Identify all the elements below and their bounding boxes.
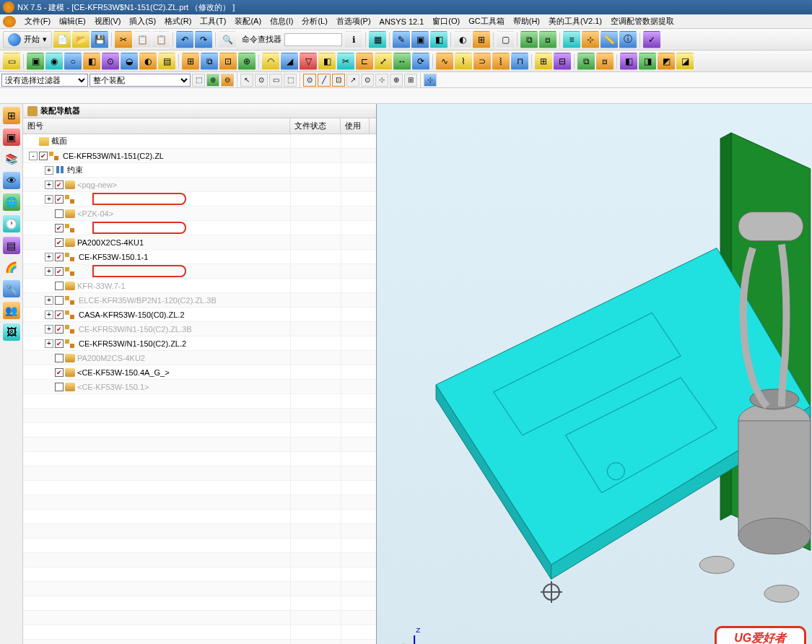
cmd-info-icon[interactable]: ℹ (345, 31, 362, 48)
image-icon[interactable]: 🖼 (3, 323, 20, 341)
menu-window[interactable]: 窗口(O) (428, 14, 464, 28)
new-icon[interactable]: 📄 (53, 31, 71, 48)
tree-row[interactable]: <PZK-04> (23, 206, 376, 221)
move-icon[interactable]: ↔ (393, 53, 411, 70)
tree-row[interactable]: +✔ (23, 192, 376, 206)
snap-btn-4[interactable]: ↗ (346, 74, 359, 87)
expander-icon[interactable]: + (45, 267, 53, 276)
trim-icon[interactable]: ✂ (337, 53, 354, 70)
tree-row[interactable]: +✔CE-KF53W-150.1-1 (23, 250, 376, 264)
cmd-finder-input[interactable] (284, 33, 342, 46)
tree-row[interactable]: +✔ (23, 264, 376, 279)
blend-icon[interactable]: ◠ (262, 53, 279, 70)
menu-midea[interactable]: 美的工具(V2.1) (544, 14, 606, 28)
extrude2-icon[interactable]: ▣ (27, 53, 44, 70)
menu-ansys[interactable]: ANSYS 12.1 (375, 16, 429, 27)
instance-icon[interactable]: ⊡ (219, 53, 237, 70)
checkbox-icon[interactable]: ✔ (55, 253, 64, 261)
tree-row[interactable]: +约束 (23, 163, 376, 178)
rainbow-icon[interactable]: 🌈 (3, 258, 20, 276)
hole-icon[interactable]: ⊙ (102, 53, 119, 70)
redo-icon[interactable]: ↷ (195, 31, 212, 48)
measure-icon[interactable]: 📏 (601, 31, 618, 48)
tree-row[interactable]: <CE-KF53W-150.1> (23, 380, 376, 394)
wireframe-icon[interactable]: ⊞ (473, 31, 490, 48)
sweep-icon[interactable]: ∿ (436, 53, 453, 70)
save-icon[interactable]: 💾 (91, 31, 108, 48)
menu-tools[interactable]: 工具(T) (196, 14, 230, 28)
checkbox-icon[interactable] (55, 282, 64, 290)
menu-view[interactable]: 视图(V) (90, 14, 126, 28)
filter-btn-1[interactable]: ⬚ (192, 74, 205, 87)
reuse-library-icon[interactable]: 📚 (3, 150, 20, 167)
menu-format[interactable]: 格式(R) (160, 14, 196, 28)
shaded-icon[interactable]: ◐ (454, 31, 471, 48)
checkbox-icon[interactable]: ✔ (55, 368, 64, 377)
expander-icon[interactable]: + (45, 339, 53, 348)
snap-btn-2[interactable]: ╱ (318, 74, 331, 87)
expander-icon[interactable]: + (45, 310, 53, 319)
sketch-icon[interactable]: ✎ (393, 31, 410, 48)
checkbox-icon[interactable]: ✔ (55, 224, 64, 232)
tube-icon[interactable]: ⊃ (473, 53, 491, 70)
binoculars-icon[interactable]: 🔍 (219, 31, 236, 48)
feature-icon[interactable]: ◧ (83, 53, 100, 70)
info-icon[interactable]: ⓘ (619, 31, 637, 48)
paste-icon[interactable]: 📋 (152, 31, 170, 48)
tree-row[interactable]: +✔CE-KFR53W/N1-150(C2).ZL.2 (23, 336, 376, 351)
expander-icon[interactable]: + (45, 253, 53, 261)
block-icon[interactable]: ▭ (3, 53, 20, 70)
menu-info[interactable]: 信息(I) (266, 14, 297, 28)
wave-icon[interactable]: ⊞ (535, 53, 552, 70)
sel-btn-4[interactable]: ⬚ (284, 74, 297, 87)
shell-icon[interactable]: ◧ (318, 53, 336, 70)
tree-row[interactable]: 截面 (23, 134, 376, 149)
cube-icon[interactable]: ◧ (430, 31, 448, 48)
col-part-number[interactable]: 图号 (23, 118, 290, 134)
draft-icon[interactable]: ▽ (300, 53, 317, 70)
tree-row[interactable]: ✔ (23, 221, 376, 235)
menu-help[interactable]: 帮助(H) (509, 14, 544, 28)
selection-filter[interactable]: 没有选择过滤器 (1, 74, 88, 87)
asm3-icon[interactable]: ◧ (620, 53, 637, 70)
boss-icon[interactable]: ◒ (121, 53, 138, 70)
checkbox-icon[interactable] (55, 383, 64, 391)
csys-icon[interactable]: ⊹ (582, 31, 599, 48)
extrude-icon[interactable]: ▣ (411, 31, 429, 48)
checkbox-icon[interactable] (55, 354, 64, 362)
snap-btn-7[interactable]: ⊕ (390, 74, 403, 87)
assembly-tree[interactable]: 截面-✔CE-KFR53W/N1-151(C2).ZL+约束+✔<pqg-new… (23, 134, 376, 644)
history-icon[interactable]: 🕐 (3, 215, 20, 232)
mirror-icon[interactable]: ⧉ (201, 53, 218, 70)
layer-icon[interactable]: ≡ (563, 31, 580, 48)
tree-row[interactable]: PA200M2CS-4KU2 (23, 351, 376, 365)
tree-row[interactable]: ✔<CE-KF53W-150.4A_G_> (23, 365, 376, 380)
tree-row[interactable]: ✔PA200X2CS-4KU1 (23, 235, 376, 250)
chamfer-icon[interactable]: ◢ (281, 53, 298, 70)
snap-btn-5[interactable]: ⊙ (361, 74, 374, 87)
checkbox-icon[interactable]: ✔ (55, 325, 64, 334)
wave2-icon[interactable]: ⊟ (554, 53, 571, 70)
expander-icon[interactable]: + (45, 325, 53, 334)
asm6-icon[interactable]: ◪ (676, 53, 694, 70)
checkbox-icon[interactable]: ✔ (55, 267, 64, 276)
menu-gctoolbox[interactable]: GC工具箱 (464, 14, 509, 28)
copy-icon[interactable]: 📋 (134, 31, 151, 48)
expander-icon[interactable]: + (45, 166, 53, 175)
menu-analysis[interactable]: 分析(L) (297, 14, 331, 28)
menu-file[interactable]: 文件(F) (20, 14, 55, 28)
pattern-icon[interactable]: ⊞ (182, 53, 199, 70)
part-navigator-icon[interactable]: ⊞ (3, 107, 20, 124)
offset-icon[interactable]: ⊏ (356, 53, 373, 70)
expander-icon[interactable]: + (45, 180, 53, 189)
tree-row[interactable]: KFR-33W.7-1 (23, 279, 376, 293)
cut-icon[interactable]: ✂ (115, 31, 132, 48)
replace-icon[interactable]: ⟳ (412, 53, 429, 70)
cylinder-icon[interactable]: ○ (64, 53, 82, 70)
checkbox-icon[interactable]: ✔ (55, 310, 64, 319)
assembly-icon[interactable]: ⧉ (520, 31, 538, 48)
filter-btn-3[interactable]: ⊖ (221, 74, 234, 87)
tree-row[interactable]: +✔CASA-KFR53W-150(C0).ZL.2 (23, 308, 376, 322)
menu-assembly[interactable]: 装配(A) (230, 14, 266, 28)
expander-icon[interactable]: - (29, 152, 38, 160)
